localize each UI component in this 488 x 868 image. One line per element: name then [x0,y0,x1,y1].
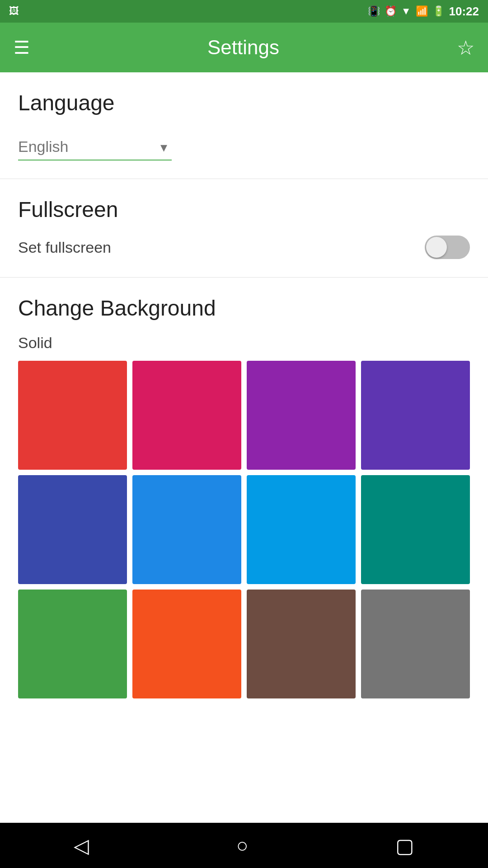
language-select[interactable]: English Spanish French German Chinese Ja… [18,133,172,160]
language-section-title: Language [18,90,470,115]
color-swatch-2[interactable] [247,361,356,470]
gallery-icon: 🖼 [9,5,19,17]
nav-bar: ◁ ○ ▢ [0,823,488,868]
menu-icon[interactable]: ☰ [14,37,30,58]
back-icon[interactable]: ◁ [74,834,89,857]
color-swatch-5[interactable] [132,475,241,584]
status-bar-left: 🖼 [9,5,19,17]
status-bar-right: 📳 ⏰ ▼ 📶 🔋 10:22 [368,5,479,19]
wifi-icon: ▼ [401,5,411,17]
color-swatch-3[interactable] [361,361,470,470]
battery-icon: 🔋 [432,5,445,17]
recent-apps-icon[interactable]: ▢ [395,834,414,857]
fullscreen-toggle[interactable] [425,236,470,259]
color-swatch-10[interactable] [247,590,356,698]
color-swatch-4[interactable] [18,475,127,584]
signal-icon: 📶 [416,5,428,17]
alarm-icon: ⏰ [385,5,397,17]
app-bar-title: Settings [207,36,279,59]
color-swatch-9[interactable] [132,590,241,698]
color-swatch-6[interactable] [247,475,356,584]
color-grid [18,361,470,698]
vibrate-icon: 📳 [368,5,380,17]
color-swatch-0[interactable] [18,361,127,470]
change-background-section: Change Background Solid [0,278,488,717]
fullscreen-section-title: Fullscreen [18,197,470,222]
main-content: Language English Spanish French German C… [0,72,488,823]
fullscreen-section: Fullscreen Set fullscreen [0,179,488,277]
change-background-title: Change Background [18,296,470,321]
color-swatch-8[interactable] [18,590,127,698]
color-swatch-7[interactable] [361,475,470,584]
toggle-track [425,236,470,259]
status-bar: 🖼 📳 ⏰ ▼ 📶 🔋 10:22 [0,0,488,23]
home-icon[interactable]: ○ [236,834,249,857]
app-bar: ☰ Settings ☆ [0,23,488,72]
language-select-wrapper[interactable]: English Spanish French German Chinese Ja… [18,133,172,160]
language-section: Language English Spanish French German C… [0,72,488,179]
status-time: 10:22 [449,5,479,19]
solid-label: Solid [18,334,470,352]
fullscreen-setting-row: Set fullscreen [18,236,470,259]
color-swatch-1[interactable] [132,361,241,470]
favorite-icon[interactable]: ☆ [457,36,474,59]
fullscreen-label: Set fullscreen [18,239,111,256]
color-swatch-11[interactable] [361,590,470,698]
toggle-thumb [426,237,447,258]
